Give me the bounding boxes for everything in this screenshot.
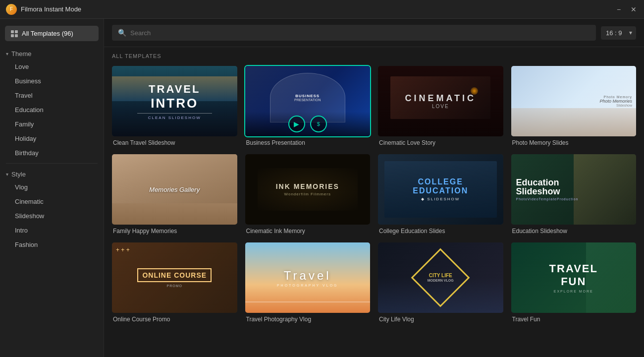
content-area: 🔍 16 : 9 9 : 16 4 : 3 1 : 1 ALL TEMPLATE…: [104, 19, 644, 357]
sidebar-item-intro[interactable]: Intro: [4, 223, 100, 238]
sidebar-item-fashion[interactable]: Fashion: [4, 238, 100, 252]
template-card-cinematic[interactable]: CINEMATIC LOVE Cinematic Love Story: [378, 66, 503, 146]
template-thumb-edu-slide: EducationSlideshow PhotoVideoTemplatePro…: [511, 154, 637, 225]
sidebar-item-business[interactable]: Business: [4, 74, 100, 88]
business-overlay-btns: ▶ $: [245, 112, 371, 136]
minimize-button[interactable]: −: [614, 5, 623, 14]
ratio-select-wrap: 16 : 9 9 : 16 4 : 3 1 : 1: [601, 26, 636, 40]
template-label-online-course: Online Course Promo: [112, 316, 237, 323]
style-chevron: ▾: [6, 172, 8, 177]
template-label-travel-photo: Travel Photography Vlog: [245, 316, 371, 323]
sidebar-item-slideshow[interactable]: Slideshow: [4, 209, 100, 223]
template-card-photo-memory[interactable]: Photo Memory Photo Memories Slideshow Ph…: [511, 66, 637, 146]
sidebar-item-birthday[interactable]: Birthday: [4, 146, 100, 160]
template-card-travel-fun[interactable]: TRAVELFUN EXPLORE MORE Travel Fun: [511, 242, 637, 323]
search-input[interactable]: [130, 29, 590, 37]
all-templates-label: All Templates (96): [22, 30, 73, 37]
template-thumb-cinematic: CINEMATIC LOVE: [378, 66, 503, 136]
template-card-college[interactable]: COLLEGEEDUCATION ◆ SLIDESHOW College Edu…: [378, 154, 503, 235]
template-label-city-life: City Life Vlog: [378, 316, 503, 323]
search-bar: 🔍 16 : 9 9 : 16 4 : 3 1 : 1: [104, 19, 644, 47]
app-title: Filmora Instant Mode: [21, 5, 81, 13]
template-thumb-family: Memories Gallery: [112, 154, 237, 225]
section-label: ALL TEMPLATES: [112, 53, 636, 59]
app-logo: F: [6, 4, 17, 15]
close-button[interactable]: ✕: [629, 5, 638, 14]
templates-section: ALL TEMPLATES TRAVELINTRO CLEAN S: [104, 47, 644, 357]
sidebar-item-holiday[interactable]: Holiday: [4, 131, 100, 146]
ratio-select[interactable]: 16 : 9 9 : 16 4 : 3 1 : 1: [601, 26, 636, 40]
sidebar-item-love[interactable]: Love: [4, 60, 100, 74]
sidebar: All Templates (96) ▾ Theme Love Business…: [0, 19, 104, 357]
theme-chevron: ▾: [6, 51, 8, 57]
template-label-cinematic: Cinematic Love Story: [378, 139, 503, 146]
theme-label: Theme: [11, 50, 31, 58]
sidebar-item-family[interactable]: Family: [4, 117, 100, 131]
template-label-travel-fun: Travel Fun: [511, 316, 637, 323]
title-bar-left: F Filmora Instant Mode: [6, 4, 81, 15]
sidebar-item-cinematic[interactable]: Cinematic: [4, 194, 100, 209]
template-thumb-travel-photo: Travel PHOTOGRAPHY VLOG: [245, 242, 371, 313]
template-label-college: College Education Slides: [378, 228, 503, 235]
sidebar-item-vlog[interactable]: Vlog: [4, 180, 100, 194]
template-card-family[interactable]: Memories Gallery Family Happy Memories: [112, 154, 237, 235]
template-card-ink[interactable]: INK MEMORIES Wonderfilm Filmmers Cinemat…: [245, 154, 371, 235]
sidebar-item-travel[interactable]: Travel: [4, 88, 100, 103]
template-card-travel-photo[interactable]: Travel PHOTOGRAPHY VLOG Travel Photograp…: [245, 242, 371, 323]
template-grid: TRAVELINTRO CLEAN SLIDESHOW Clean Travel…: [112, 66, 636, 323]
template-label-ink: Cinematic Ink Memory: [245, 228, 371, 235]
all-templates-button[interactable]: All Templates (96): [5, 26, 99, 41]
template-thumb-ink: INK MEMORIES Wonderfilm Filmmers: [245, 154, 371, 225]
template-label-edu-slide: Education Slideshow: [511, 228, 637, 235]
theme-section-header[interactable]: ▾ Theme: [0, 46, 104, 60]
template-thumb-online-course: + + + ONLINE COURSE PROMO: [112, 242, 237, 313]
search-input-wrap[interactable]: 🔍: [112, 25, 596, 41]
main-layout: All Templates (96) ▾ Theme Love Business…: [0, 19, 644, 357]
template-card-online-course[interactable]: + + + ONLINE COURSE PROMO Online Course …: [112, 242, 237, 323]
title-bar: F Filmora Instant Mode − ✕: [0, 0, 644, 19]
sidebar-item-education[interactable]: Education: [4, 103, 100, 117]
template-label-business: Business Presentation: [245, 139, 371, 146]
grid-icon: [11, 30, 18, 37]
template-thumb-travel-clean: TRAVELINTRO CLEAN SLIDESHOW: [112, 66, 237, 136]
template-label-photo-memory: Photo Memory Slides: [511, 139, 637, 146]
template-thumb-business: BUSINESS PRESENTATION ▶ $: [245, 66, 371, 136]
template-label-family: Family Happy Memories: [112, 228, 237, 235]
template-thumb-city-life: CITY LIFE MODERN VLOG: [378, 242, 503, 313]
template-label-travel-clean: Clean Travel Slideshow: [112, 139, 237, 146]
style-label: Style: [11, 171, 26, 178]
template-card-city-life[interactable]: CITY LIFE MODERN VLOG City Life Vlog: [378, 242, 503, 323]
style-section-header[interactable]: ▾ Style: [0, 167, 104, 180]
template-thumb-college: COLLEGEEDUCATION ◆ SLIDESHOW: [378, 154, 503, 225]
template-card-edu-slide[interactable]: EducationSlideshow PhotoVideoTemplatePro…: [511, 154, 637, 235]
template-thumb-photo-memory: Photo Memory Photo Memories Slideshow: [511, 66, 637, 136]
search-icon: 🔍: [118, 29, 126, 37]
sidebar-divider: [6, 163, 98, 164]
title-bar-controls: − ✕: [614, 5, 638, 14]
template-card-travel-clean[interactable]: TRAVELINTRO CLEAN SLIDESHOW Clean Travel…: [112, 66, 237, 146]
template-thumb-travel-fun: TRAVELFUN EXPLORE MORE: [511, 242, 637, 313]
use-button[interactable]: $: [310, 116, 327, 132]
play-button[interactable]: ▶: [288, 116, 305, 132]
template-card-business[interactable]: BUSINESS PRESENTATION ▶ $ Business Prese…: [245, 66, 371, 146]
